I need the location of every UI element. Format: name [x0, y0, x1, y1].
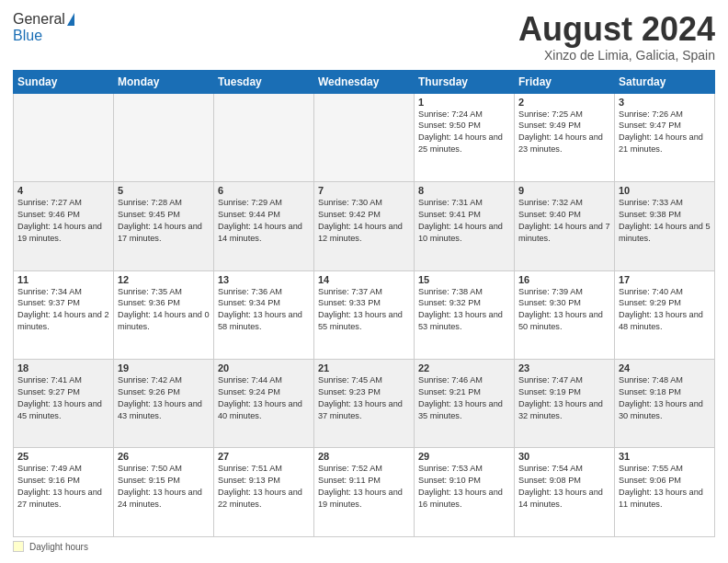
calendar-cell: 17Sunrise: 7:40 AM Sunset: 9:29 PM Dayli…: [615, 270, 715, 359]
day-number: 18: [17, 362, 109, 373]
day-info: Sunrise: 7:35 AM Sunset: 9:36 PM Dayligh…: [118, 286, 210, 334]
day-info: Sunrise: 7:48 AM Sunset: 9:18 PM Dayligh…: [619, 374, 711, 422]
day-info: Sunrise: 7:27 AM Sunset: 9:46 PM Dayligh…: [17, 197, 109, 245]
day-number: 5: [118, 185, 210, 196]
day-info: Sunrise: 7:47 AM Sunset: 9:19 PM Dayligh…: [518, 374, 610, 422]
calendar-cell: [214, 93, 314, 181]
calendar-cell: 3Sunrise: 7:26 AM Sunset: 9:47 PM Daylig…: [615, 93, 715, 181]
day-number: 10: [619, 185, 711, 196]
calendar-cell: 10Sunrise: 7:33 AM Sunset: 9:38 PM Dayli…: [615, 182, 715, 270]
location: Xinzo de Limia, Galicia, Spain: [518, 48, 715, 63]
daylight-box-icon: [13, 541, 24, 552]
day-number: 19: [118, 362, 210, 373]
day-info: Sunrise: 7:38 AM Sunset: 9:32 PM Dayligh…: [418, 286, 510, 334]
day-number: 15: [418, 274, 510, 285]
day-info: Sunrise: 7:39 AM Sunset: 9:30 PM Dayligh…: [518, 286, 610, 334]
week-row: 11Sunrise: 7:34 AM Sunset: 9:37 PM Dayli…: [14, 270, 715, 359]
day-info: Sunrise: 7:33 AM Sunset: 9:38 PM Dayligh…: [619, 197, 711, 245]
calendar-cell: 1Sunrise: 7:24 AM Sunset: 9:50 PM Daylig…: [415, 93, 515, 181]
day-number: 2: [518, 97, 610, 108]
day-number: 4: [17, 185, 109, 196]
day-info: Sunrise: 7:55 AM Sunset: 9:06 PM Dayligh…: [619, 463, 711, 511]
day-info: Sunrise: 7:49 AM Sunset: 9:16 PM Dayligh…: [17, 463, 109, 511]
day-info: Sunrise: 7:34 AM Sunset: 9:37 PM Dayligh…: [17, 286, 109, 334]
day-info: Sunrise: 7:29 AM Sunset: 9:44 PM Dayligh…: [218, 197, 310, 245]
calendar-cell: 29Sunrise: 7:53 AM Sunset: 9:10 PM Dayli…: [415, 448, 515, 537]
calendar-cell: 19Sunrise: 7:42 AM Sunset: 9:26 PM Dayli…: [114, 360, 214, 448]
calendar-cell: 8Sunrise: 7:31 AM Sunset: 9:41 PM Daylig…: [415, 182, 515, 270]
day-number: 7: [318, 185, 410, 196]
weekday-header-tuesday: Tuesday: [214, 70, 314, 93]
day-info: Sunrise: 7:45 AM Sunset: 9:23 PM Dayligh…: [318, 374, 410, 422]
month-title: August 2024: [518, 11, 715, 48]
day-number: 17: [619, 274, 711, 285]
day-number: 20: [218, 362, 310, 373]
day-info: Sunrise: 7:51 AM Sunset: 9:13 PM Dayligh…: [218, 463, 310, 511]
day-number: 11: [17, 274, 109, 285]
day-info: Sunrise: 7:30 AM Sunset: 9:42 PM Dayligh…: [318, 197, 410, 245]
day-number: 31: [619, 451, 711, 462]
weekday-header-monday: Monday: [114, 70, 214, 93]
weekday-header-wednesday: Wednesday: [314, 70, 415, 93]
calendar-cell: 20Sunrise: 7:44 AM Sunset: 9:24 PM Dayli…: [214, 360, 314, 448]
week-row: 25Sunrise: 7:49 AM Sunset: 9:16 PM Dayli…: [14, 448, 715, 537]
day-info: Sunrise: 7:53 AM Sunset: 9:10 PM Dayligh…: [418, 463, 510, 511]
week-row: 18Sunrise: 7:41 AM Sunset: 9:27 PM Dayli…: [14, 360, 715, 448]
day-number: 24: [619, 362, 711, 373]
week-row: 1Sunrise: 7:24 AM Sunset: 9:50 PM Daylig…: [14, 93, 715, 181]
calendar-cell: 23Sunrise: 7:47 AM Sunset: 9:19 PM Dayli…: [515, 360, 615, 448]
calendar-cell: 30Sunrise: 7:54 AM Sunset: 9:08 PM Dayli…: [515, 448, 615, 537]
day-info: Sunrise: 7:52 AM Sunset: 9:11 PM Dayligh…: [318, 463, 410, 511]
calendar-cell: 25Sunrise: 7:49 AM Sunset: 9:16 PM Dayli…: [14, 448, 114, 537]
footer-note: Daylight hours: [13, 541, 715, 552]
logo-general-text: General: [13, 11, 65, 28]
day-info: Sunrise: 7:41 AM Sunset: 9:27 PM Dayligh…: [17, 374, 109, 422]
day-number: 12: [118, 274, 210, 285]
calendar-cell: 9Sunrise: 7:32 AM Sunset: 9:40 PM Daylig…: [515, 182, 615, 270]
weekday-header-saturday: Saturday: [615, 70, 715, 93]
day-number: 9: [518, 185, 610, 196]
calendar-cell: 26Sunrise: 7:50 AM Sunset: 9:15 PM Dayli…: [114, 448, 214, 537]
day-number: 3: [619, 97, 711, 108]
day-number: 13: [218, 274, 310, 285]
logo-blue-text: Blue: [13, 28, 42, 44]
logo: General Blue: [13, 11, 74, 44]
day-info: Sunrise: 7:26 AM Sunset: 9:47 PM Dayligh…: [619, 109, 711, 156]
day-info: Sunrise: 7:46 AM Sunset: 9:21 PM Dayligh…: [418, 374, 510, 422]
day-info: Sunrise: 7:44 AM Sunset: 9:24 PM Dayligh…: [218, 374, 310, 422]
calendar-cell: [14, 93, 114, 181]
calendar-cell: 4Sunrise: 7:27 AM Sunset: 9:46 PM Daylig…: [14, 182, 114, 270]
calendar-cell: 7Sunrise: 7:30 AM Sunset: 9:42 PM Daylig…: [314, 182, 415, 270]
day-info: Sunrise: 7:40 AM Sunset: 9:29 PM Dayligh…: [619, 286, 711, 334]
day-info: Sunrise: 7:54 AM Sunset: 9:08 PM Dayligh…: [518, 463, 610, 511]
calendar-cell: 5Sunrise: 7:28 AM Sunset: 9:45 PM Daylig…: [114, 182, 214, 270]
day-info: Sunrise: 7:28 AM Sunset: 9:45 PM Dayligh…: [118, 197, 210, 245]
header: General Blue August 2024 Xinzo de Limia,…: [13, 11, 715, 63]
day-info: Sunrise: 7:36 AM Sunset: 9:34 PM Dayligh…: [218, 286, 310, 334]
calendar-cell: 12Sunrise: 7:35 AM Sunset: 9:36 PM Dayli…: [114, 270, 214, 359]
daylight-label: Daylight hours: [29, 542, 88, 552]
calendar-cell: 6Sunrise: 7:29 AM Sunset: 9:44 PM Daylig…: [214, 182, 314, 270]
day-info: Sunrise: 7:25 AM Sunset: 9:49 PM Dayligh…: [518, 109, 610, 156]
day-number: 21: [318, 362, 410, 373]
weekday-header-thursday: Thursday: [415, 70, 515, 93]
day-info: Sunrise: 7:31 AM Sunset: 9:41 PM Dayligh…: [418, 197, 510, 245]
calendar-cell: [114, 93, 214, 181]
calendar-cell: 11Sunrise: 7:34 AM Sunset: 9:37 PM Dayli…: [14, 270, 114, 359]
day-number: 22: [418, 362, 510, 373]
calendar-cell: 28Sunrise: 7:52 AM Sunset: 9:11 PM Dayli…: [314, 448, 415, 537]
day-number: 29: [418, 451, 510, 462]
weekday-header-friday: Friday: [515, 70, 615, 93]
calendar-cell: 14Sunrise: 7:37 AM Sunset: 9:33 PM Dayli…: [314, 270, 415, 359]
calendar-cell: 18Sunrise: 7:41 AM Sunset: 9:27 PM Dayli…: [14, 360, 114, 448]
page: General Blue August 2024 Xinzo de Limia,…: [0, 0, 728, 563]
day-number: 25: [17, 451, 109, 462]
day-number: 27: [218, 451, 310, 462]
calendar-cell: 22Sunrise: 7:46 AM Sunset: 9:21 PM Dayli…: [415, 360, 515, 448]
day-number: 14: [318, 274, 410, 285]
day-info: Sunrise: 7:24 AM Sunset: 9:50 PM Dayligh…: [418, 109, 510, 156]
day-number: 6: [218, 185, 310, 196]
calendar-cell: 16Sunrise: 7:39 AM Sunset: 9:30 PM Dayli…: [515, 270, 615, 359]
calendar-cell: 27Sunrise: 7:51 AM Sunset: 9:13 PM Dayli…: [214, 448, 314, 537]
calendar-cell: 13Sunrise: 7:36 AM Sunset: 9:34 PM Dayli…: [214, 270, 314, 359]
